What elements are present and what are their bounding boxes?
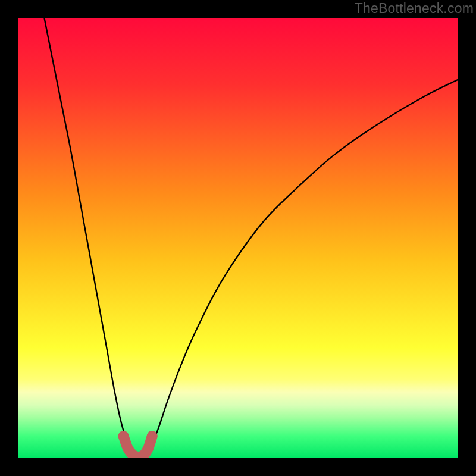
- chart-frame: [18, 18, 458, 458]
- watermark-text: TheBottleneck.com: [355, 1, 474, 17]
- chart-svg: [18, 18, 458, 458]
- marker-left-dot: [118, 431, 129, 441]
- chart-background: [18, 18, 458, 458]
- marker-right-dot: [147, 431, 158, 441]
